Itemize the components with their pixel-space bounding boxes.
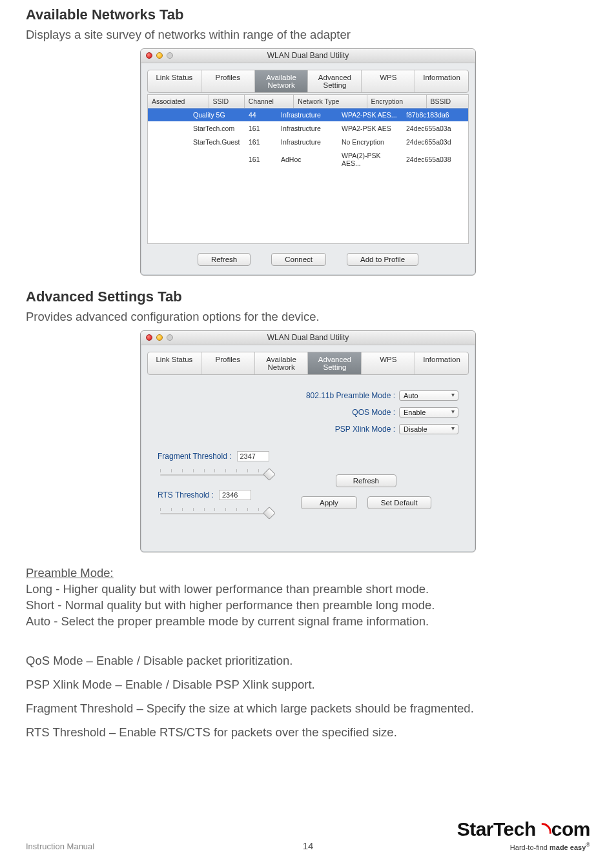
tab-link-status[interactable]: Link Status (148, 70, 201, 92)
qos-mode-select[interactable]: Enable (399, 407, 458, 418)
cell-ntype: Infrastructure (277, 135, 338, 148)
cell-bssid: 24dec655a03a (402, 121, 468, 135)
cell-ssid: Quality 5G (189, 108, 245, 122)
tab-wps[interactable]: WPS (362, 352, 415, 374)
table-row[interactable]: 161 AdHoc WPA(2)-PSK AES... 24dec655a038 (148, 148, 468, 170)
rts-threshold-input[interactable]: 2346 (219, 490, 251, 500)
refresh-button[interactable]: Refresh (336, 474, 396, 487)
psp-xlink-text: PSP Xlink Mode – Enable / Disable PSP Xl… (26, 677, 590, 693)
cell-bssid: 24dec655a03d (402, 135, 468, 148)
tab-available-network[interactable]: Available Network (255, 70, 309, 92)
qos-mode-label: QOS Mode : (352, 408, 395, 417)
col-channel[interactable]: Channel (244, 94, 294, 108)
preamble-long-text: Long - Higher quality but with lower per… (26, 581, 590, 598)
preamble-mode-heading: Preamble Mode: (26, 565, 590, 581)
fragment-threshold-label: Fragment Threshold : (158, 452, 232, 461)
rts-threshold-text: RTS Threshold – Enable RTS/CTS for packe… (26, 725, 590, 741)
cell-ntype: Infrastructure (277, 108, 338, 122)
qos-mode-text: QoS Mode – Enable / Disable packet prior… (26, 653, 590, 669)
col-ssid[interactable]: SSID (209, 94, 244, 108)
cell-channel: 161 (245, 148, 277, 170)
tab-advanced-setting[interactable]: Advanced Setting (308, 352, 362, 374)
preamble-mode-select[interactable]: Auto (399, 390, 458, 401)
zoom-icon[interactable] (167, 334, 173, 341)
psp-xlink-label: PSP Xlink Mode : (335, 425, 395, 434)
cell-ssid (189, 148, 245, 170)
cell-channel: 161 (245, 135, 277, 148)
psp-xlink-select[interactable]: Disable (399, 424, 458, 434)
cell-channel: 161 (245, 121, 277, 135)
cell-ssid: StarTech.com (189, 121, 245, 135)
tab-link-status[interactable]: Link Status (148, 352, 201, 374)
preamble-short-text: Short - Normal quality but with higher p… (26, 598, 590, 614)
fragment-threshold-slider[interactable] (160, 465, 270, 478)
tab-information[interactable]: Information (415, 352, 468, 374)
cell-enc: WPA2-PSK AES (338, 121, 402, 135)
tab-available-network[interactable]: Available Network (255, 352, 309, 374)
connect-button[interactable]: Connect (271, 253, 326, 266)
cell-ntype: AdHoc (277, 148, 338, 170)
preamble-mode-label: 802.11b Preamble Mode : (306, 391, 395, 400)
tab-profiles[interactable]: Profiles (201, 352, 255, 374)
window-title: WLAN Dual Band Utility (141, 333, 475, 342)
tab-wps[interactable]: WPS (362, 70, 415, 92)
window-title: WLAN Dual Band Utility (141, 51, 475, 60)
minimize-icon[interactable] (156, 334, 163, 341)
available-network-window: WLAN Dual Band Utility Link Status Profi… (140, 48, 476, 276)
tab-advanced-setting[interactable]: Advanced Setting (308, 70, 362, 92)
cell-bssid: f87b8c183da6 (402, 108, 468, 122)
window-titlebar: WLAN Dual Band Utility (141, 331, 475, 345)
zoom-icon[interactable] (167, 52, 173, 59)
tab-bar: Link Status Profiles Available Network A… (147, 352, 469, 375)
rts-threshold-label: RTS Threshold : (158, 490, 214, 500)
logo-brand: StarTech (457, 818, 536, 840)
add-to-profile-button[interactable]: Add to Profile (347, 253, 418, 266)
cell-enc: WPA(2)-PSK AES... (338, 148, 402, 170)
table-row[interactable]: StarTech.Guest 161 Infrastructure No Enc… (148, 135, 468, 148)
cell-ssid: StarTech.Guest (189, 135, 245, 148)
fragment-threshold-text: Fragment Threshold – Specify the size at… (26, 701, 590, 717)
page-number: 14 (26, 840, 590, 851)
minimize-icon[interactable] (156, 52, 163, 59)
logo-suffix: com (551, 818, 590, 840)
tab-bar: Link Status Profiles Available Network A… (147, 70, 469, 93)
col-encryption[interactable]: Encryption (367, 94, 426, 108)
col-network-type[interactable]: Network Type (294, 94, 367, 108)
tab-information[interactable]: Information (415, 70, 468, 92)
swoosh-icon (535, 825, 551, 837)
close-icon[interactable] (146, 334, 152, 341)
cell-ntype: Infrastructure (277, 121, 338, 135)
tab-profiles[interactable]: Profiles (201, 70, 255, 92)
preamble-auto-text: Auto - Select the proper preamble mode b… (26, 614, 590, 630)
desc-available-networks: Displays a site survey of networks withi… (26, 27, 590, 43)
table-row[interactable]: StarTech.com 161 Infrastructure WPA2-PSK… (148, 121, 468, 135)
cell-enc: No Encryption (338, 135, 402, 148)
window-titlebar: WLAN Dual Band Utility (141, 49, 475, 63)
desc-advanced-settings: Provides advanced configuration options … (26, 309, 590, 325)
apply-button[interactable]: Apply (301, 496, 357, 509)
cell-channel: 44 (245, 108, 277, 122)
rts-threshold-slider[interactable] (160, 504, 270, 517)
col-associated[interactable]: Associated (148, 94, 209, 108)
cell-bssid: 24dec655a038 (402, 148, 468, 170)
network-table: Associated SSID Channel Network Type Enc… (147, 94, 469, 108)
refresh-button[interactable]: Refresh (198, 253, 251, 266)
table-row[interactable]: Quality 5G 44 Infrastructure WPA2-PSK AE… (148, 108, 468, 122)
close-icon[interactable] (146, 52, 152, 59)
heading-advanced-settings: Advanced Settings Tab (26, 288, 590, 305)
set-default-button[interactable]: Set Default (367, 496, 431, 509)
col-bssid[interactable]: BSSID (426, 94, 468, 108)
advanced-setting-window: WLAN Dual Band Utility Link Status Profi… (140, 330, 476, 552)
heading-available-networks: Available Networks Tab (26, 6, 590, 23)
fragment-threshold-input[interactable]: 2347 (237, 451, 269, 461)
cell-enc: WPA2-PSK AES... (338, 108, 402, 122)
